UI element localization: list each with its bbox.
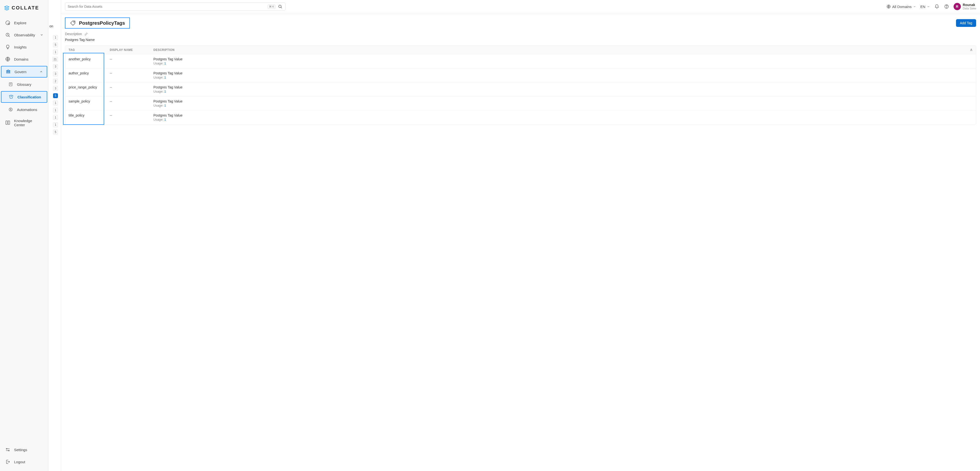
sidebar-item-logout[interactable]: Logout xyxy=(1,457,47,467)
avatar-initial: R xyxy=(956,5,958,8)
explore-icon xyxy=(5,20,11,26)
sidebar-item-label: Glossary xyxy=(17,83,43,86)
domains-dropdown[interactable]: All Domains xyxy=(886,4,916,9)
domains-label: All Domains xyxy=(892,5,912,9)
classification-count-badge[interactable]: 3 xyxy=(53,86,58,91)
classification-list-counts: on 151213323511115 xyxy=(48,0,61,471)
desc-text: Postgres Tag Value xyxy=(153,71,968,75)
th-display: DISPLAY NAME xyxy=(110,48,153,52)
th-desc: DESCRIPTION xyxy=(153,48,968,52)
classification-count-badge[interactable]: 3 xyxy=(53,72,58,76)
govern-icon xyxy=(5,69,11,75)
table-row[interactable]: price_range_policy--Postgres Tag ValueUs… xyxy=(65,83,976,96)
display-name-cell: -- xyxy=(110,85,153,89)
tag-name-cell: author_policy xyxy=(68,71,110,75)
usage-count[interactable]: 1 xyxy=(164,90,166,93)
display-name-cell: -- xyxy=(110,71,153,75)
content: PostgresPolicyTags Add Tag Description P… xyxy=(61,14,980,124)
description-cell: Postgres Tag ValueUsage: 1 xyxy=(153,85,968,93)
sidebar-item-label: Explore xyxy=(14,21,43,25)
sidebar-item-glossary[interactable]: Glossary xyxy=(1,79,47,90)
main-area: ⌘ K All Domains EN xyxy=(61,0,980,471)
svg-point-5 xyxy=(11,96,12,97)
sidebar-item-label: Domains xyxy=(14,57,43,61)
globe-icon xyxy=(886,4,891,9)
sidebar-item-automations[interactable]: Automations xyxy=(1,104,47,115)
desc-text: Postgres Tag Value xyxy=(153,57,968,61)
sidebar-item-explore[interactable]: Explore xyxy=(1,18,47,28)
tag-icon xyxy=(70,20,76,26)
page-title-box: PostgresPolicyTags xyxy=(65,18,130,29)
classification-count-badge[interactable]: 1 xyxy=(53,108,58,113)
usage-count[interactable]: 1 xyxy=(164,118,166,121)
usage-count[interactable]: 1 xyxy=(164,62,166,65)
usage-count[interactable]: 1 xyxy=(164,76,166,79)
knowledge-icon xyxy=(5,120,11,126)
tag-name-cell: another_policy xyxy=(68,57,110,61)
classification-count-badge[interactable]: 21 xyxy=(52,57,58,62)
topbar: ⌘ K All Domains EN xyxy=(61,0,980,13)
search-input[interactable] xyxy=(68,5,267,8)
help-icon[interactable] xyxy=(944,4,949,9)
sidebar-item-classification[interactable]: Classification xyxy=(1,91,47,103)
sidebar-item-label: Insights xyxy=(14,45,43,49)
sidebar-item-knowledge[interactable]: Knowledge Center xyxy=(1,116,47,129)
search-box[interactable]: ⌘ K xyxy=(65,2,285,11)
search-icon[interactable] xyxy=(277,4,283,9)
tags-table: TAG DISPLAY NAME DESCRIPTION A another_p… xyxy=(65,46,976,124)
display-name-cell: -- xyxy=(110,99,153,103)
table-row[interactable]: sample_policy--Postgres Tag ValueUsage: … xyxy=(65,96,976,110)
sidebar-item-settings[interactable]: Settings xyxy=(1,444,47,455)
observability-icon xyxy=(5,32,11,38)
svg-point-13 xyxy=(74,22,75,22)
sidebar-nav: Explore Observability Insights xyxy=(0,16,48,443)
description-cell: Postgres Tag ValueUsage: 1 xyxy=(153,113,968,121)
classification-count-badge[interactable]: 1 xyxy=(53,35,58,40)
sidebar-item-insights[interactable]: Insights xyxy=(1,42,47,53)
th-actions: A xyxy=(968,48,972,52)
svg-point-7 xyxy=(6,449,7,449)
user-text: Rounak Data Stew xyxy=(963,3,976,10)
avatar: R xyxy=(954,3,961,10)
classification-count-badge[interactable]: 1 xyxy=(53,50,58,54)
table-row[interactable]: author_policy--Postgres Tag ValueUsage: … xyxy=(65,68,976,83)
classification-count-badge[interactable]: 2 xyxy=(53,79,58,84)
edit-icon[interactable] xyxy=(84,32,88,36)
brand-logo[interactable]: COLLATE xyxy=(0,2,48,16)
language-dropdown[interactable]: EN xyxy=(920,5,930,9)
sidebar: COLLATE Explore Observability xyxy=(0,0,48,471)
sidebar-item-observability[interactable]: Observability xyxy=(1,30,47,40)
settings-icon xyxy=(5,447,11,453)
sidebar-item-govern[interactable]: Govern xyxy=(1,66,47,78)
automations-icon xyxy=(8,107,14,112)
sidebar-item-label: Govern xyxy=(14,70,36,74)
classification-icon xyxy=(8,94,14,100)
classification-count-badge[interactable]: 5 xyxy=(53,130,58,134)
add-tag-button[interactable]: Add Tag xyxy=(956,19,976,27)
classification-count-badge[interactable]: 5 xyxy=(53,42,58,47)
display-name-cell: -- xyxy=(110,113,153,117)
sidebar-item-label: Classification xyxy=(18,95,43,99)
sidebar-item-domains[interactable]: Domains xyxy=(1,54,47,64)
table-row[interactable]: another_policy--Postgres Tag ValueUsage:… xyxy=(65,54,976,68)
table-header: TAG DISPLAY NAME DESCRIPTION A xyxy=(65,46,976,54)
bell-icon[interactable] xyxy=(934,4,940,9)
sidebar-item-label: Observability xyxy=(14,33,37,37)
classification-count-badge[interactable]: 5 xyxy=(53,93,58,98)
chevron-down-icon xyxy=(913,5,916,8)
user-menu[interactable]: R Rounak Data Stew xyxy=(954,3,976,10)
classification-count-badge[interactable]: 3 xyxy=(53,64,58,69)
kbd-shortcut: ⌘ K xyxy=(267,5,275,9)
classification-count-badge[interactable]: 1 xyxy=(53,115,58,120)
tag-name-cell: price_range_policy xyxy=(68,85,110,89)
classification-count-badge[interactable]: 1 xyxy=(53,100,58,105)
table-row[interactable]: title_policy--Postgres Tag ValueUsage: 1 xyxy=(65,110,976,124)
desc-text: Postgres Tag Value xyxy=(153,85,968,89)
usage-count[interactable]: 1 xyxy=(164,104,166,107)
chevron-down-icon xyxy=(927,5,930,8)
sidebar-item-label: Logout xyxy=(14,460,43,464)
display-name-cell: -- xyxy=(110,57,153,61)
classification-count-badge[interactable]: 1 xyxy=(53,123,58,127)
desc-text: Postgres Tag Value xyxy=(153,113,968,117)
usage-text: Usage: 1 xyxy=(153,90,968,93)
